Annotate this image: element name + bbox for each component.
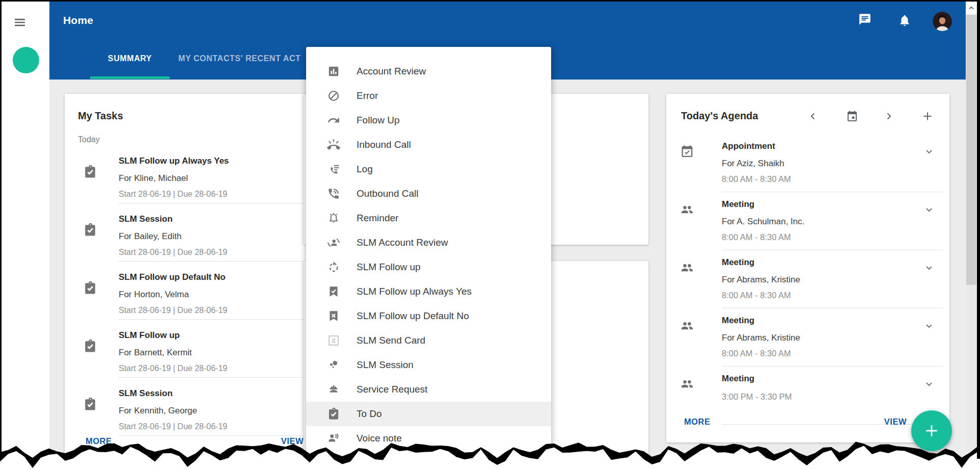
sidebar-item[interactable] xyxy=(19,240,33,253)
menu-item[interactable]: Log xyxy=(306,157,551,181)
menu-item[interactable]: SLM Session xyxy=(306,353,551,377)
menu-item[interactable]: SLM Follow up xyxy=(306,255,551,279)
menu-item-label: Follow Up xyxy=(357,115,399,126)
task-title: SLM Follow up Always Yes xyxy=(119,155,316,167)
chevron-right-icon[interactable] xyxy=(883,110,895,122)
add-activity-fab[interactable] xyxy=(911,410,952,451)
clipboard-check-icon xyxy=(83,165,97,179)
bell-icon[interactable] xyxy=(898,14,911,27)
sidebar-item[interactable] xyxy=(19,301,33,315)
menu-item[interactable]: Error xyxy=(306,84,551,108)
menu-item[interactable]: Outbound Call xyxy=(306,181,551,206)
people-icon xyxy=(680,319,694,333)
chat-icon[interactable] xyxy=(858,13,872,26)
task-title: SLM Session xyxy=(119,213,316,225)
agenda-row[interactable]: Appointment For Aziz, Shaikh 8:00 AM - 8… xyxy=(666,140,949,198)
menu-item[interactable]: Follow Up xyxy=(306,108,551,133)
menu-item-label: Account Review xyxy=(357,66,426,77)
sidebar xyxy=(2,2,49,462)
chevron-down-icon[interactable] xyxy=(923,320,935,332)
task-contact: For Kline, Michael xyxy=(119,172,316,185)
task-contact: For Bailey, Edith xyxy=(119,230,316,243)
divider xyxy=(119,261,316,262)
chevron-down-icon[interactable] xyxy=(923,262,935,274)
agenda-row[interactable]: Meeting For Abrams, Kristine 8:00 AM - 8… xyxy=(666,315,949,373)
vertical-scrollbar[interactable] xyxy=(966,2,977,462)
menu-item-label: SLM Follow up Default No xyxy=(357,310,469,322)
agenda-more-link[interactable]: MORE xyxy=(684,417,711,427)
menu-item[interactable]: Account Review xyxy=(306,59,551,84)
sidebar-item[interactable] xyxy=(19,271,33,284)
divider xyxy=(119,377,316,378)
tasks-view-link[interactable]: VIEW xyxy=(281,436,304,446)
menu-item[interactable]: SLM Follow up Always Yes xyxy=(306,279,551,304)
my-tasks-card: My Tasks Today SLM Follow up Always Yes … xyxy=(65,94,316,470)
menu-item-label: Error xyxy=(357,90,378,101)
menu-item-label: Outbound Call xyxy=(357,188,418,199)
plus-icon[interactable] xyxy=(921,110,934,122)
sidebar-item[interactable] xyxy=(19,87,33,100)
menu-item[interactable]: Voice note xyxy=(306,426,551,451)
menu-item-label: SLM Follow up xyxy=(357,262,421,273)
screenshot-border xyxy=(0,0,2,458)
calendar-range-icon[interactable] xyxy=(846,110,858,122)
task-title: SLM Session xyxy=(119,387,316,400)
agenda-title: Meeting xyxy=(722,256,919,269)
scroll-up-button[interactable] xyxy=(966,2,977,14)
menu-item[interactable]: To Do xyxy=(306,402,551,426)
task-row[interactable]: SLM Follow up Always Yes For Kline, Mich… xyxy=(65,155,316,213)
agenda-title: Meeting xyxy=(722,198,919,211)
sidebar-item[interactable] xyxy=(19,210,33,223)
hamburger-menu-icon[interactable] xyxy=(14,16,26,29)
menu-item[interactable]: Service Request xyxy=(306,377,551,402)
agenda-contact: For Aziz, Shaikh xyxy=(722,158,919,170)
calendar-check-icon xyxy=(680,144,694,159)
task-dates: Start 28-06-19 | Due 28-06-19 xyxy=(119,188,316,200)
task-row[interactable]: SLM Session For Bailey, Edith Start 28-0… xyxy=(65,213,316,271)
scrollbar-thumb[interactable] xyxy=(966,15,976,285)
chevron-down-icon[interactable] xyxy=(923,378,935,390)
agenda-row[interactable]: Meeting For Abrams, Kristine 8:00 AM - 8… xyxy=(666,256,949,315)
task-row[interactable]: SLM Follow up Default No For Horton, Vel… xyxy=(65,271,316,329)
page-title: Home xyxy=(63,14,93,27)
send-card-icon: F9F8 xyxy=(327,334,340,347)
chevron-left-icon[interactable] xyxy=(807,110,819,122)
agenda-row[interactable]: Meeting For A. Schulman, Inc. 8:00 AM - … xyxy=(666,198,949,256)
menu-item[interactable]: Reminder xyxy=(306,206,551,230)
agenda-contact: For Abrams, Kristine xyxy=(722,274,919,286)
tasks-group-label: Today xyxy=(78,135,100,144)
chevron-down-icon[interactable] xyxy=(923,203,935,216)
task-contact: For Barnett, Kermit xyxy=(119,347,316,359)
agenda-contact: For Abrams, Kristine xyxy=(722,332,919,344)
task-row[interactable]: SLM Follow up For Barnett, Kermit Start … xyxy=(65,329,316,387)
plus-icon xyxy=(923,422,940,439)
voice-note-icon xyxy=(327,432,340,445)
chevron-down-icon[interactable] xyxy=(923,145,935,158)
avatar[interactable] xyxy=(933,12,952,31)
sidebar-item[interactable] xyxy=(19,118,33,131)
svg-text:F8: F8 xyxy=(332,341,335,344)
agenda-title: Meeting xyxy=(722,373,919,385)
agenda-view-link[interactable]: VIEW xyxy=(884,417,907,427)
menu-item[interactable]: SLM Follow up Default No xyxy=(306,304,551,328)
redo-arrow-icon xyxy=(327,114,340,127)
menu-item[interactable]: Inbound Call xyxy=(306,133,551,157)
tab-my-contacts-recent-activities[interactable]: MY CONTACTS' RECENT ACT xyxy=(178,54,301,63)
refresh-dashed-icon xyxy=(327,260,340,274)
divider xyxy=(722,366,943,367)
agenda-contact: For A. Schulman, Inc. xyxy=(722,216,919,228)
task-title: SLM Follow up Default No xyxy=(119,271,316,283)
menu-item-label: Inbound Call xyxy=(357,139,411,150)
agenda-time: 8:00 AM - 8:30 AM xyxy=(722,347,919,359)
agenda-card-actions: MORE VIEW xyxy=(684,417,907,427)
menu-item[interactable]: SLM Account Review xyxy=(306,230,551,255)
sidebar-item[interactable] xyxy=(19,179,33,192)
todays-agenda-card: Today's Agenda Appointment For Aziz, Sha… xyxy=(666,94,949,442)
tasks-more-link[interactable]: MORE xyxy=(86,436,112,446)
sidebar-item-home[interactable] xyxy=(13,47,39,73)
sidebar-item[interactable] xyxy=(19,148,33,162)
tab-summary[interactable]: SUMMARY xyxy=(90,54,170,63)
menu-item[interactable]: F9F8 SLM Send Card xyxy=(306,328,551,353)
menu-item-label: To Do xyxy=(357,408,382,420)
task-dates: Start 28-06-19 | Due 28-06-19 xyxy=(119,362,316,375)
